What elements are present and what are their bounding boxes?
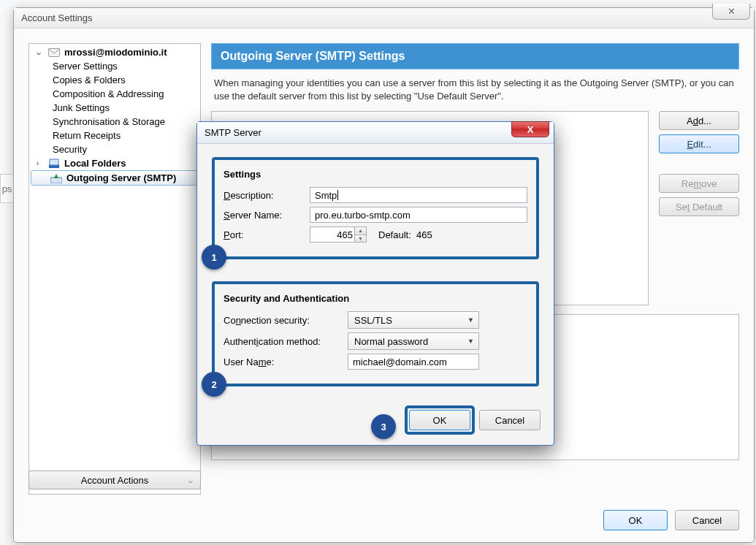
account-email-label: mrossi@miodominio.it <box>64 47 167 58</box>
text-cursor <box>337 190 338 200</box>
tree-local-folders[interactable]: › Local Folders <box>29 156 200 170</box>
auth-method-select[interactable]: Normal password▼ <box>348 332 479 350</box>
account-tree[interactable]: ⌵ mrossi@miodominio.it Server Settings C… <box>28 43 201 495</box>
default-port-label: Default: 465 <box>378 229 432 240</box>
auth-method-label: Authentication method: <box>224 336 348 347</box>
dialog-footer: OK 3 Cancel <box>197 403 554 445</box>
server-name-input[interactable]: pro.eu.turbo-smtp.com <box>310 207 527 223</box>
ok-highlight-ring <box>405 405 475 435</box>
port-label: Port: <box>224 229 310 240</box>
description-label: Description: <box>224 190 310 201</box>
connection-security-select[interactable]: SSL/TLS▼ <box>348 311 479 329</box>
settings-legend: Settings <box>224 169 527 180</box>
background-fragment: ps <box>0 174 13 203</box>
settings-group: Settings Description: Smtp Server Name: … <box>212 157 539 259</box>
side-button-column: Add... Edit... Remove Set Default <box>659 111 739 305</box>
username-input[interactable]: michael@domain.com <box>348 354 479 370</box>
dialog-ok-wrap: OK 3 <box>409 410 470 430</box>
tree-security[interactable]: Security <box>29 142 200 156</box>
smtp-server-dialog: SMTP Server X Settings Description: Smtp… <box>196 121 554 446</box>
chevron-down-icon: ⌵ <box>37 48 44 56</box>
local-folders-icon <box>48 159 60 169</box>
svg-rect-3 <box>50 178 62 183</box>
chevron-right-icon: › <box>37 159 44 167</box>
tree-composition[interactable]: Composition & Addressing <box>29 87 200 101</box>
chevron-down-icon: ▼ <box>467 338 474 345</box>
window-cancel-button[interactable]: Cancel <box>675 510 739 530</box>
spinner-down-icon[interactable]: ▼ <box>355 235 366 243</box>
dialog-cancel-button[interactable]: Cancel <box>479 410 541 430</box>
content-heading: Outgoing Server (SMTP) Settings <box>211 43 739 69</box>
chevron-down-icon: ▼ <box>467 316 474 324</box>
username-label: User Name: <box>224 357 348 367</box>
window-titlebar[interactable]: Account Settings ✕ <box>14 8 754 28</box>
content-description: When managing your identities you can us… <box>211 69 739 111</box>
tree-junk[interactable]: Junk Settings <box>29 101 200 115</box>
port-spinner[interactable]: ▲▼ <box>354 227 366 242</box>
step-badge-2: 2 <box>202 372 226 397</box>
server-name-label: Server Name: <box>224 210 310 221</box>
set-default-button[interactable]: Set Default <box>659 197 739 216</box>
envelope-icon <box>48 47 60 58</box>
description-input[interactable]: Smtp <box>310 187 527 203</box>
tree-copies-folders[interactable]: Copies & Folders <box>29 73 200 87</box>
svg-rect-0 <box>49 48 60 56</box>
security-legend: Security and Authentication <box>224 293 527 304</box>
step-badge-1: 1 <box>202 245 226 270</box>
remove-button[interactable]: Remove <box>659 174 739 193</box>
tree-account-node[interactable]: ⌵ mrossi@miodominio.it <box>29 45 200 59</box>
close-icon: X <box>527 124 534 135</box>
window-title: Account Settings <box>21 12 93 23</box>
dialog-titlebar[interactable]: SMTP Server X <box>197 122 554 144</box>
spinner-up-icon[interactable]: ▲ <box>355 227 366 235</box>
port-input[interactable]: 465 ▲▼ <box>310 226 367 243</box>
security-auth-group: Security and Authentication Connection s… <box>212 281 539 386</box>
tree-sync[interactable]: Synchronisation & Storage <box>29 115 200 129</box>
window-ok-button[interactable]: OK <box>603 510 668 530</box>
connection-security-label: Connection security: <box>224 315 348 326</box>
edit-button[interactable]: Edit... <box>659 134 739 153</box>
chevron-down-icon: ⌵ <box>188 476 193 484</box>
tree-outgoing-smtp[interactable]: Outgoing Server (SMTP) <box>31 170 199 186</box>
dialog-title: SMTP Server <box>205 127 261 138</box>
outgoing-icon <box>50 173 62 183</box>
close-icon: ✕ <box>728 6 736 17</box>
tree-return-receipts[interactable]: Return Receipts <box>29 129 200 142</box>
svg-rect-2 <box>50 159 58 165</box>
account-actions-label: Account Actions <box>81 475 149 486</box>
account-actions-button[interactable]: Account Actions ⌵ <box>28 470 201 489</box>
add-button[interactable]: Add... <box>659 111 739 130</box>
tree-server-settings[interactable]: Server Settings <box>29 59 200 73</box>
step-badge-3: 3 <box>371 414 396 439</box>
window-close-button[interactable]: ✕ <box>712 4 750 20</box>
dialog-close-button[interactable]: X <box>511 121 549 137</box>
window-footer-buttons: OK Cancel <box>603 510 739 530</box>
